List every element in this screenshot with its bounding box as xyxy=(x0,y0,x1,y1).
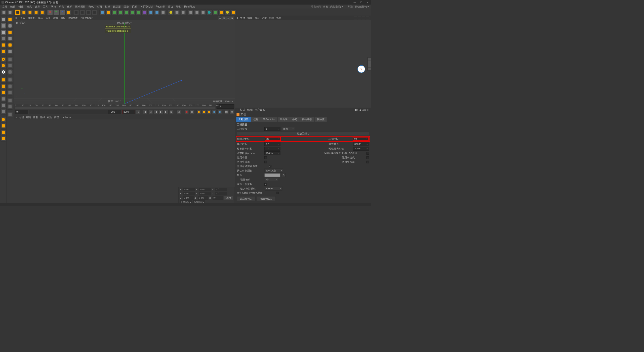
environment[interactable] xyxy=(148,10,154,15)
menu-tools[interactable]: 工具 xyxy=(42,5,49,9)
picture-viewer[interactable] xyxy=(92,10,97,15)
object-manager[interactable]: 🦌 xyxy=(235,20,371,108)
tab-project[interactable]: 工程设置 xyxy=(236,117,251,122)
menu-insydium[interactable]: INSYDIUM xyxy=(139,5,154,8)
field[interactable] xyxy=(136,10,141,15)
workplane[interactable] xyxy=(194,10,200,15)
autokey[interactable] xyxy=(190,110,194,114)
vp-tab-camera[interactable]: 摄像机 xyxy=(28,16,35,20)
vp-nav3[interactable]: ◻ xyxy=(226,16,230,20)
obj-expand-icon[interactable] xyxy=(366,16,369,20)
tab-dynamics[interactable]: 动力学 xyxy=(278,117,290,122)
select-tool[interactable] xyxy=(15,10,21,15)
lod-field[interactable]: 100 % xyxy=(264,151,280,155)
tool13[interactable] xyxy=(7,98,13,103)
grid[interactable] xyxy=(200,10,206,15)
render-settings[interactable] xyxy=(86,10,91,15)
maximize-button[interactable]: ☐ xyxy=(358,0,365,5)
plugin-jb[interactable] xyxy=(213,10,218,15)
menu-mesh[interactable]: 网格 xyxy=(50,5,57,9)
use-def-check[interactable]: ✓ xyxy=(367,161,369,163)
model-mode[interactable] xyxy=(1,23,6,29)
obj-file[interactable]: 文件 xyxy=(240,16,245,20)
vp-tab-redshift[interactable]: Redshift xyxy=(68,17,77,20)
attr-mode[interactable]: 模式 xyxy=(240,108,245,112)
vp-tab-view[interactable]: 查看 xyxy=(20,16,25,20)
use-expr-check[interactable]: ✓ xyxy=(367,156,369,159)
sel-live[interactable] xyxy=(1,117,6,122)
tab-interp[interactable]: 帧插值 xyxy=(315,117,327,122)
quickrender[interactable] xyxy=(206,10,212,15)
mat-material[interactable]: 材质 xyxy=(47,116,52,119)
camera-object[interactable] xyxy=(154,10,160,15)
current-frame[interactable]: 0 F xyxy=(15,110,28,114)
vp-tab-display[interactable]: 显示 xyxy=(38,16,43,20)
obj-menu-icon[interactable]: ≡ xyxy=(236,17,238,20)
input-color-select[interactable]: sRGB xyxy=(265,187,282,191)
rotate-tool[interactable] xyxy=(33,10,39,15)
use-gen-check[interactable]: ✓ xyxy=(264,161,267,163)
coord-apply[interactable]: 应用 xyxy=(224,196,233,200)
coord-mode[interactable]: 缩放比例 ▾ xyxy=(193,200,205,204)
enable-axis[interactable] xyxy=(1,77,6,83)
prev-frame[interactable]: ◀ xyxy=(148,110,153,114)
obj-filter-icon[interactable] xyxy=(358,16,361,20)
key-pos[interactable] xyxy=(196,110,201,114)
disclosure-icon2[interactable]: ▸ xyxy=(237,188,239,190)
vp-tab-options[interactable]: 选项 xyxy=(45,16,51,20)
timeline-window[interactable]: ▦ xyxy=(224,110,229,114)
misc2[interactable] xyxy=(1,109,6,114)
snap[interactable] xyxy=(188,10,194,15)
vp-nav4[interactable]: ▣ xyxy=(230,16,234,20)
plugin3[interactable] xyxy=(180,10,186,15)
range-to2[interactable]: 300 F xyxy=(122,110,135,114)
coord-space[interactable]: 世界坐标 ▾ xyxy=(180,200,192,204)
sidetab4[interactable] xyxy=(368,67,371,70)
workplane-mode[interactable] xyxy=(1,36,6,41)
axis-s3[interactable]: S xyxy=(1,69,6,75)
edge-mode[interactable] xyxy=(1,49,6,54)
use-motion-check[interactable]: ✓ xyxy=(269,165,271,167)
next-frame[interactable]: ▶ xyxy=(164,110,168,114)
deformer[interactable] xyxy=(142,10,148,15)
tool5[interactable] xyxy=(7,42,13,48)
render-view[interactable] xyxy=(73,10,79,15)
linear-workflow-check[interactable]: ✓ xyxy=(264,183,267,185)
obj-layout-icon[interactable] xyxy=(362,16,365,20)
sidetab2[interactable] xyxy=(368,61,371,64)
generator4[interactable] xyxy=(130,10,135,15)
obj-view[interactable]: 查看 xyxy=(255,16,260,20)
misc1[interactable] xyxy=(1,103,6,108)
project-scale-field[interactable]: 1 xyxy=(264,127,280,131)
obj-bookmarks[interactable]: 书签 xyxy=(276,16,281,20)
menu-edit[interactable]: 编辑 xyxy=(9,5,17,9)
menu-create[interactable]: 创建 xyxy=(17,5,25,9)
mat-view[interactable]: 查看 xyxy=(33,116,38,119)
menu-volume[interactable]: 体积 xyxy=(66,5,73,9)
obj-search-icon[interactable] xyxy=(354,16,357,20)
key-scale[interactable] xyxy=(202,110,206,114)
menu-mode[interactable]: 模式 xyxy=(25,5,33,9)
mat-menu-icon[interactable]: ≡ xyxy=(16,116,17,119)
scale-project-button[interactable]: 缩放工程... xyxy=(237,132,369,136)
minimize-button[interactable]: — xyxy=(351,0,358,5)
frame-slider[interactable] xyxy=(29,110,109,114)
mat-select[interactable]: 选择 xyxy=(40,116,45,119)
sidetab3[interactable] xyxy=(368,64,371,67)
prev-key[interactable]: ◀| xyxy=(143,110,147,114)
tab-todo[interactable]: 待办事项 xyxy=(300,117,314,122)
obj-edit[interactable]: 编辑 xyxy=(247,16,253,20)
snap-toggle[interactable] xyxy=(1,96,6,102)
key-rot[interactable] xyxy=(207,110,211,114)
vp-tab-prorender[interactable]: ProRender xyxy=(80,17,92,20)
generator3[interactable] xyxy=(124,10,129,15)
sel-move[interactable] xyxy=(1,129,6,135)
point-mode[interactable] xyxy=(1,42,6,48)
tab-xparticles[interactable]: X-Particles xyxy=(261,117,277,122)
cube-primitive[interactable] xyxy=(99,10,105,15)
key-pla[interactable] xyxy=(217,110,222,114)
timeline-end-field[interactable]: 0 F xyxy=(217,104,234,108)
key-param[interactable] xyxy=(212,110,217,114)
fps-field[interactable]: 25 xyxy=(265,137,281,141)
disclosure-icon[interactable]: ▸ xyxy=(237,179,239,181)
